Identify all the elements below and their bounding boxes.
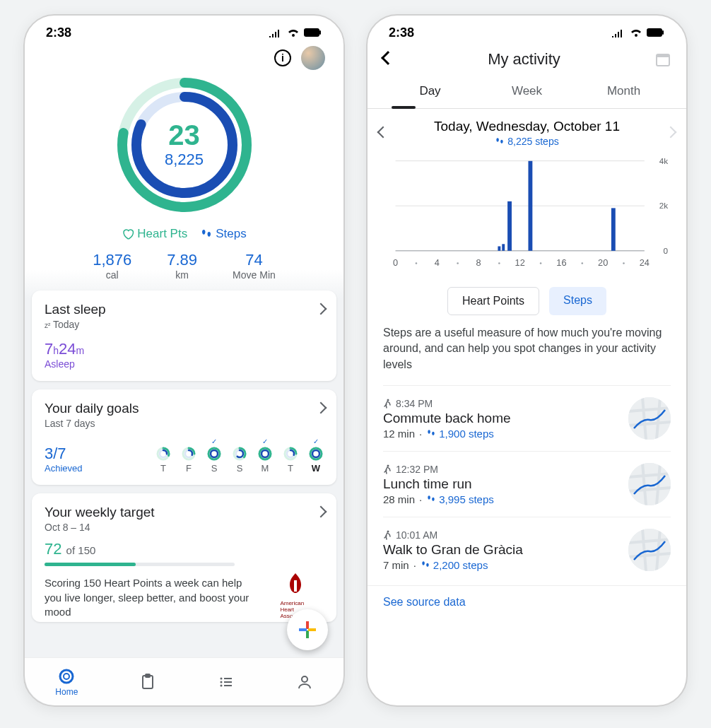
steps-icon bbox=[426, 428, 436, 438]
fab-add-button[interactable] bbox=[287, 609, 328, 650]
steps-bar-chart[interactable]: 02k4k04812162024 bbox=[368, 150, 686, 283]
svg-rect-1 bbox=[319, 30, 321, 35]
svg-rect-79 bbox=[628, 397, 671, 440]
svg-rect-47 bbox=[224, 685, 232, 686]
activity-item[interactable]: 8:34 PM Commute back home 12 min · 1,900… bbox=[383, 385, 671, 451]
svg-rect-75 bbox=[507, 201, 512, 251]
svg-text:20: 20 bbox=[598, 257, 608, 268]
prev-day-button[interactable] bbox=[379, 127, 387, 139]
steps-value: 8,225 bbox=[165, 151, 204, 169]
svg-rect-43 bbox=[224, 678, 232, 679]
see-source-data-link[interactable]: See source data bbox=[368, 585, 686, 618]
tab-week[interactable]: Week bbox=[478, 77, 575, 108]
svg-rect-49 bbox=[647, 28, 662, 37]
svg-point-46 bbox=[220, 684, 222, 686]
svg-rect-45 bbox=[224, 681, 232, 683]
tab-day[interactable]: Day bbox=[382, 77, 478, 108]
goal-day: F bbox=[181, 438, 196, 474]
svg-point-38 bbox=[60, 670, 73, 683]
date-steps: 8,225 steps bbox=[434, 136, 620, 147]
metric-km[interactable]: 7.89km bbox=[167, 251, 197, 281]
status-bar: 2:38 bbox=[25, 16, 343, 45]
calendar-icon[interactable] bbox=[655, 52, 671, 67]
wifi-icon bbox=[287, 28, 300, 37]
wifi-icon bbox=[630, 28, 642, 37]
toggle-steps[interactable]: Steps bbox=[549, 287, 606, 315]
next-day-button[interactable] bbox=[666, 127, 675, 139]
svg-point-39 bbox=[64, 674, 69, 679]
card-weekly-target[interactable]: Your weekly target Oct 8 – 14 72 of 150 … bbox=[32, 493, 336, 622]
activity-item[interactable]: 10:01 AM Walk to Gran de Gràcia 7 min · … bbox=[383, 517, 671, 582]
toggle-heart-points[interactable]: Heart Points bbox=[447, 287, 539, 315]
avatar[interactable] bbox=[301, 46, 325, 70]
info-icon[interactable]: i bbox=[274, 49, 291, 66]
card-last-sleep[interactable]: Last sleep z² Today 7h24m Asleep bbox=[32, 290, 336, 381]
svg-rect-74 bbox=[502, 244, 505, 251]
back-button[interactable] bbox=[383, 53, 393, 66]
svg-point-69 bbox=[582, 262, 584, 264]
chevron-right-icon bbox=[317, 402, 325, 415]
svg-rect-34 bbox=[306, 621, 309, 629]
svg-point-78 bbox=[387, 399, 389, 401]
svg-point-67 bbox=[540, 262, 542, 264]
steps-icon bbox=[495, 136, 505, 146]
svg-point-65 bbox=[498, 262, 500, 264]
metric-cal[interactable]: 1,876cal bbox=[93, 251, 131, 281]
svg-point-25 bbox=[262, 450, 269, 457]
svg-rect-0 bbox=[304, 28, 319, 37]
chevron-right-icon bbox=[317, 506, 325, 519]
clipboard-icon bbox=[139, 674, 156, 691]
home-ring-icon bbox=[57, 667, 76, 686]
card-subtitle: Oct 8 – 14 bbox=[45, 522, 324, 533]
phone-home: 2:38 i 23 8,225 Heart Pts Steps bbox=[23, 14, 345, 707]
svg-rect-76 bbox=[528, 161, 532, 251]
map-thumbnail bbox=[628, 463, 671, 505]
status-icons bbox=[611, 28, 665, 37]
metrics-row: 1,876cal 7.89km 74Move Min bbox=[25, 251, 343, 281]
svg-point-80 bbox=[387, 464, 389, 466]
svg-rect-77 bbox=[611, 208, 616, 250]
activity-item[interactable]: 12:32 PM Lunch time run 28 min · 3,995 s… bbox=[383, 451, 671, 517]
svg-rect-81 bbox=[628, 463, 671, 505]
tab-month[interactable]: Month bbox=[575, 77, 672, 108]
page-title: My activity bbox=[393, 50, 655, 69]
walk-icon bbox=[383, 399, 392, 409]
svg-rect-35 bbox=[306, 630, 309, 638]
goal-day: T bbox=[283, 438, 298, 474]
svg-rect-73 bbox=[498, 246, 500, 250]
svg-text:4: 4 bbox=[435, 257, 440, 268]
list-icon bbox=[218, 674, 235, 691]
chevron-right-icon bbox=[317, 303, 325, 316]
svg-text:2k: 2k bbox=[659, 201, 669, 210]
metric-move-min[interactable]: 74Move Min bbox=[233, 251, 276, 281]
svg-point-17 bbox=[211, 450, 218, 457]
svg-text:8: 8 bbox=[476, 257, 481, 268]
map-thumbnail bbox=[628, 529, 671, 571]
svg-rect-37 bbox=[308, 628, 316, 631]
battery-icon bbox=[647, 28, 665, 37]
nav-journal bbox=[139, 674, 156, 691]
activity-ring[interactable]: 23 8,225 bbox=[25, 74, 343, 216]
status-time: 2:38 bbox=[389, 25, 414, 40]
steps-description: Steps are a useful measure of how much y… bbox=[368, 325, 686, 372]
time-range-tabs: Day Week Month bbox=[368, 77, 686, 109]
card-daily-goals[interactable]: Your daily goals Last 7 days 3/7 Achieve… bbox=[32, 389, 336, 485]
svg-text:4k: 4k bbox=[659, 156, 669, 165]
signal-icon bbox=[611, 29, 625, 37]
battery-icon bbox=[304, 28, 322, 37]
svg-point-63 bbox=[457, 262, 459, 264]
person-icon bbox=[296, 674, 313, 691]
svg-text:12: 12 bbox=[515, 257, 525, 268]
goals-days: T F✓ S S✓ M bbox=[155, 438, 324, 474]
nav-browse[interactable] bbox=[218, 674, 235, 691]
walk-icon bbox=[383, 530, 392, 540]
steps-icon bbox=[200, 228, 213, 240]
nav-profile[interactable] bbox=[296, 674, 313, 691]
goal-day: T bbox=[155, 438, 171, 474]
card-title: Your daily goals bbox=[45, 401, 324, 416]
map-thumbnail bbox=[628, 397, 671, 440]
svg-rect-83 bbox=[628, 529, 671, 571]
nav-home[interactable]: Home bbox=[55, 667, 78, 697]
card-subtitle: z² Today bbox=[45, 319, 324, 330]
svg-rect-52 bbox=[657, 54, 669, 57]
